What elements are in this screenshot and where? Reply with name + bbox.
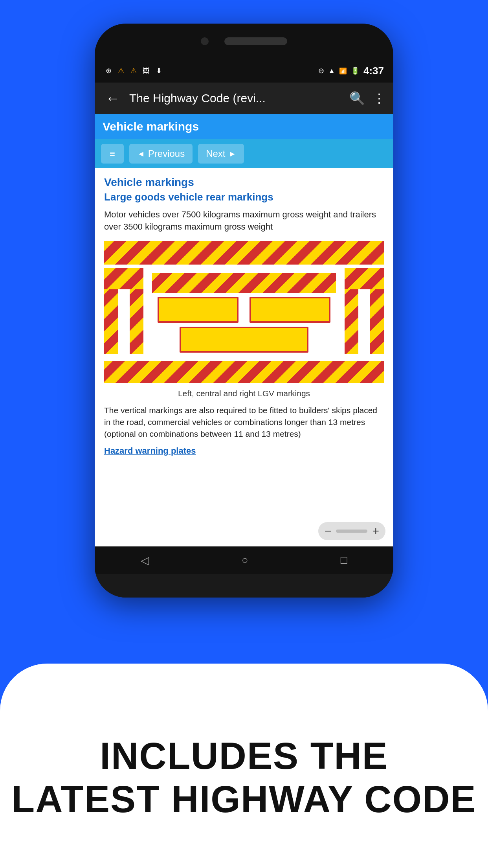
- menu-icon: ≡: [110, 148, 115, 159]
- next-button[interactable]: Next ►: [198, 144, 244, 164]
- warning-icon1: ⚠: [117, 66, 125, 75]
- status-icons-right: ⊖ ▲ 📶 🔋 4:37: [318, 65, 384, 77]
- right-rect: [250, 297, 330, 323]
- phone-camera: [201, 37, 209, 45]
- next-arrow-icon: ►: [229, 149, 237, 158]
- zoom-control: − +: [318, 522, 385, 540]
- app-bar-title: The Highway Code (revi...: [129, 92, 343, 105]
- warning-icon2: ⚠: [129, 66, 138, 75]
- signal-icon: 📶: [339, 67, 347, 75]
- back-button[interactable]: ←: [103, 87, 123, 110]
- prev-arrow-icon: ◄: [137, 149, 145, 158]
- left-rect: [158, 297, 238, 323]
- more-icon[interactable]: ⋮: [373, 91, 385, 106]
- previous-button[interactable]: ◄ Previous: [129, 144, 193, 164]
- image-icon: 🖼: [142, 66, 150, 75]
- battery-icon: 🔋: [351, 66, 360, 75]
- previous-label: Previous: [148, 148, 185, 159]
- top-chevron-strip: [104, 241, 384, 265]
- minus-icon: ⊖: [318, 66, 324, 75]
- section-header: Vehicle markings: [95, 114, 393, 139]
- bottom-banner-text: INCLUDES THE LATEST HIGHWAY CODE: [11, 711, 476, 821]
- navigation-bar: ≡ ◄ Previous Next ►: [95, 139, 393, 168]
- phone-home-button[interactable]: ○: [242, 554, 248, 566]
- zoom-in-button[interactable]: +: [372, 524, 379, 538]
- zoom-slider[interactable]: [336, 530, 367, 533]
- phone-frame: ⊕ ⚠ ⚠ 🖼 ⬇ ⊖ ▲ 📶 🔋 4:37 ← The Highway Cod…: [95, 24, 393, 598]
- content-subtitle: Large goods vehicle rear markings: [104, 191, 384, 203]
- download-icon: ⬇: [154, 66, 163, 75]
- search-icon[interactable]: 🔍: [349, 91, 365, 106]
- app-bar-icons: 🔍 ⋮: [349, 91, 385, 106]
- left-panel: [104, 268, 143, 354]
- app-bar: ← The Highway Code (revi... 🔍 ⋮: [95, 83, 393, 114]
- center-rect: [180, 327, 308, 353]
- center-section: [147, 268, 341, 358]
- wifi-icon: ▲: [328, 67, 335, 75]
- phone-speaker: [224, 37, 287, 45]
- phone-bezel-bottom: [95, 574, 393, 598]
- bottom-banner: INCLUDES THE LATEST HIGHWAY CODE: [0, 664, 488, 868]
- content-body-text: The vertical markings are also required …: [104, 405, 384, 440]
- middle-section: [104, 268, 384, 358]
- phone-recent-button[interactable]: □: [341, 554, 347, 566]
- content-title: Vehicle markings: [104, 176, 384, 189]
- right-panel: [345, 268, 384, 354]
- top-chevron-bar: [104, 241, 384, 265]
- lgv-diagram: [104, 241, 384, 383]
- next-label: Next: [206, 148, 225, 159]
- status-bar: ⊕ ⚠ ⚠ 🖼 ⬇ ⊖ ▲ 📶 🔋 4:37: [95, 59, 393, 83]
- content-area: Vehicle markings Large goods vehicle rea…: [95, 168, 393, 546]
- zoom-out-button[interactable]: −: [325, 524, 332, 538]
- chrome-icon: ⊕: [104, 66, 113, 75]
- diagram-caption: Left, central and right LGV markings: [104, 389, 384, 398]
- phone-back-button[interactable]: ◁: [141, 554, 149, 567]
- bottom-chevron-bar: [104, 361, 384, 383]
- status-time: 4:37: [363, 65, 384, 77]
- phone-nav-bar: ◁ ○ □: [95, 546, 393, 574]
- section-title: Vehicle markings: [103, 120, 199, 133]
- phone-bezel-top: [95, 24, 393, 59]
- menu-button[interactable]: ≡: [101, 144, 124, 164]
- hazard-warning-link[interactable]: Hazard warning plates: [104, 446, 384, 456]
- content-description: Motor vehicles over 7500 kilograms maxim…: [104, 209, 384, 233]
- status-icons-left: ⊕ ⚠ ⚠ 🖼 ⬇: [104, 66, 163, 75]
